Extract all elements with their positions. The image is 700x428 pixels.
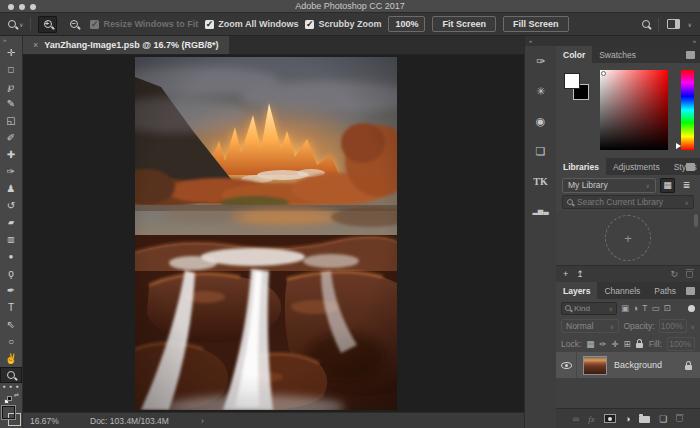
filter-kind-dropdown[interactable]: Kind ∨ <box>561 302 617 315</box>
eraser-tool[interactable]: ▰ <box>0 214 22 231</box>
layer-thumbnail[interactable] <box>583 356 607 375</box>
tab-channels[interactable]: Channels <box>597 282 647 299</box>
star-filter-icon[interactable]: ✳ <box>525 76 556 106</box>
eyedropper-tool[interactable]: ✐ <box>0 129 22 146</box>
zoom-all-windows-checkbox-row[interactable]: Zoom All Windows <box>205 19 298 29</box>
scrubby-zoom-checkbox[interactable] <box>305 20 314 29</box>
library-empty-drop-target[interactable]: + <box>605 215 651 261</box>
crop-tool[interactable]: ◱ <box>0 112 22 129</box>
collapse-panels-control[interactable]: » <box>556 36 700 46</box>
library-dropdown[interactable]: My Library ∨ <box>562 178 656 193</box>
upload-library-button[interactable]: ↥ <box>576 269 584 279</box>
expand-panels-control[interactable]: « <box>525 36 556 46</box>
sync-library-button[interactable]: ↻ <box>670 269 678 279</box>
new-adjustment-layer-button[interactable]: ◑ <box>625 414 630 424</box>
delete-layer-button[interactable] <box>676 415 683 422</box>
zoom-tool[interactable] <box>0 367 22 383</box>
zoom-all-windows-checkbox[interactable] <box>205 20 214 29</box>
search-icon[interactable] <box>642 20 650 28</box>
spot-healing-brush-tool[interactable]: ✚ <box>0 146 22 163</box>
lock-position-icon[interactable]: ✛ <box>611 339 618 349</box>
panel-menu-icon[interactable] <box>686 163 695 171</box>
tab-libraries[interactable]: Libraries <box>556 158 606 175</box>
filter-shape-layers-icon[interactable]: ▭ <box>651 303 659 313</box>
filter-pixel-layers-icon[interactable]: ▣ <box>621 303 629 313</box>
canvas-image[interactable] <box>135 57 397 410</box>
layer-filtering-toggle[interactable] <box>688 305 695 312</box>
ellipse-tool[interactable]: ○ <box>0 333 22 350</box>
lock-all-icon[interactable] <box>636 343 643 348</box>
canvas[interactable] <box>23 55 524 412</box>
tab-styles[interactable]: Styles <box>667 158 700 175</box>
fit-screen-button[interactable]: Fit Screen <box>432 16 496 32</box>
swap-colors-icon[interactable]: ⇄ <box>14 391 19 398</box>
type-tool[interactable]: T <box>0 299 22 316</box>
foreground-color-swatch[interactable] <box>564 73 580 89</box>
hand-tool[interactable]: ✌ <box>0 350 22 367</box>
panel-menu-icon[interactable] <box>686 287 695 295</box>
histogram-icon[interactable]: ▂▅▃ <box>525 196 556 226</box>
blur-tool[interactable]: ● <box>0 248 22 265</box>
chevron-down-icon[interactable]: ∨ <box>688 21 692 28</box>
lock-artboard-icon[interactable]: ⊞ <box>624 339 631 349</box>
pen-tool[interactable]: ✒ <box>0 282 22 299</box>
hue-slider-pointer[interactable] <box>676 143 681 149</box>
lock-paint-icon[interactable]: ✑ <box>599 339 606 349</box>
rectangular-marquee-tool[interactable]: ◻ <box>0 61 22 78</box>
fill-screen-button[interactable]: Fill Screen <box>503 16 569 32</box>
blend-mode-dropdown[interactable]: Normal ∨ <box>561 319 619 333</box>
saturation-brightness-field[interactable] <box>600 70 668 150</box>
filter-type-layers-icon[interactable]: T <box>642 303 647 313</box>
workspace-switcher-icon[interactable] <box>667 19 680 29</box>
clone-stamp-tool[interactable]: ♟ <box>0 180 22 197</box>
panel-menu-icon[interactable] <box>686 51 695 59</box>
tool-presets-icon[interactable]: ◉ <box>525 106 556 136</box>
list-view-button[interactable]: ≣ <box>679 178 694 193</box>
brush-tool[interactable]: ✑ <box>0 163 22 180</box>
zoom-in-button[interactable] <box>38 16 57 33</box>
color-picker-marker[interactable] <box>601 71 606 76</box>
layer-visibility-cell[interactable] <box>556 352 577 378</box>
notes-icon[interactable]: ❏ <box>525 136 556 166</box>
gradient-tool[interactable]: ▥ <box>0 231 22 248</box>
tab-swatches[interactable]: Swatches <box>592 46 643 63</box>
scrubby-zoom-checkbox-row[interactable]: Scrubby Zoom <box>305 19 381 29</box>
brush-settings-icon[interactable]: ✑ <box>525 46 556 76</box>
tab-layers[interactable]: Layers <box>556 282 597 299</box>
delete-library-item-button[interactable] <box>686 271 693 278</box>
fill-field[interactable]: 100% <box>667 337 695 351</box>
status-options-chevron[interactable]: › <box>201 416 204 426</box>
new-layer-button[interactable]: ❏ <box>659 414 667 424</box>
eye-icon[interactable] <box>561 362 572 369</box>
path-selection-tool[interactable]: ⇖ <box>0 316 22 333</box>
foreground-background-swatches[interactable] <box>0 404 22 428</box>
document-tab[interactable]: × YanZhang-Image1.psb @ 16.7% (RGB/8*) <box>23 36 229 54</box>
move-tool[interactable]: ✛ <box>0 44 22 61</box>
library-content-area[interactable]: + <box>556 211 700 265</box>
link-layers-button[interactable]: ∞ <box>573 414 579 424</box>
current-tool-badge[interactable]: ∨ <box>8 20 23 28</box>
tab-adjustments[interactable]: Adjustments <box>606 158 667 175</box>
scrollbar-thumb[interactable] <box>694 214 698 227</box>
quick-selection-tool[interactable]: ✎ <box>0 95 22 112</box>
zoom-percentage-field[interactable]: 100% <box>388 16 425 32</box>
history-brush-tool[interactable]: ↺ <box>0 197 22 214</box>
status-zoom-field[interactable]: 16.67% <box>30 416 80 426</box>
close-tab-icon[interactable]: × <box>33 40 38 50</box>
library-search-field[interactable]: Search Current Library ∨ <box>562 195 694 209</box>
default-colors-widget[interactable]: ⇄ <box>4 394 18 404</box>
toolbar-collapse-control[interactable]: » <box>0 36 22 44</box>
tab-color[interactable]: Color <box>556 46 592 63</box>
tab-paths[interactable]: Paths <box>647 282 683 299</box>
hue-slider[interactable] <box>681 70 694 150</box>
zoom-out-button[interactable] <box>64 16 83 33</box>
resize-windows-checkbox-row[interactable]: Resize Windows to Fit <box>90 19 198 29</box>
new-group-button[interactable] <box>639 416 650 423</box>
dodge-tool[interactable]: ϙ <box>0 265 22 282</box>
filter-smart-objects-icon[interactable]: ⊡ <box>663 303 670 313</box>
layer-row-background[interactable]: Background <box>556 352 700 378</box>
foreground-color-swatch[interactable] <box>2 406 15 419</box>
add-library-item-button[interactable]: + <box>563 269 568 279</box>
lock-transparency-icon[interactable]: ▦ <box>586 339 594 349</box>
tk-panel-icon[interactable]: TK <box>525 166 556 196</box>
